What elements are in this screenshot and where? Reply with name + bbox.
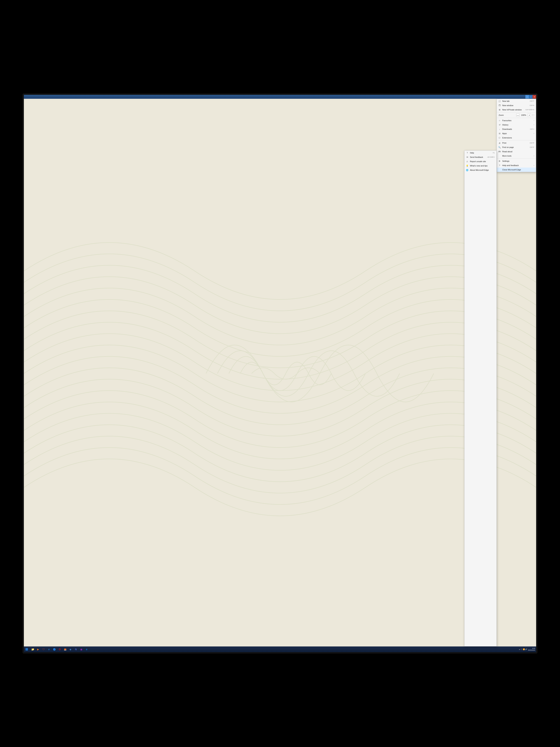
close-edge-label: Close Microsoft Edge [502, 169, 521, 171]
menu-item-find-on-page[interactable]: 🔍 Find on page Ctrl+F [497, 145, 536, 149]
zoom-label: Zoom [499, 114, 504, 116]
more-tools-arrow: › [534, 155, 534, 157]
minimize-button[interactable]: ─ [525, 95, 529, 99]
menu-item-new-window[interactable]: 🗔 New window Ctrl+N [497, 103, 536, 108]
new-window-label: New window [502, 104, 513, 106]
start-button[interactable]: ⊞ [24, 646, 30, 652]
submenu-item-send-feedback[interactable]: ✉ Send feedback Alt+Shift+I [464, 155, 497, 159]
window-titlebar: ─ □ ✕ [24, 95, 536, 99]
about-edge-label: About Microsoft Edge [470, 169, 489, 171]
menu-item-inprivate[interactable]: ⊞ New InPrivate window Ctrl+Shift+N [497, 108, 536, 112]
maximize-button[interactable]: □ [529, 95, 533, 99]
screen: ─ □ ✕ ⬜ New tab Ctrl+T 🗔 New window [24, 95, 536, 652]
submenu-item-help[interactable]: ? Help F1 [464, 151, 497, 155]
menu-item-read-aloud[interactable]: A𝄞 Read aloud [497, 149, 536, 154]
wallpaper [24, 95, 536, 652]
menu-item-downloads[interactable]: ↓ Downloads Ctrl+J [497, 127, 536, 131]
help-feedback-arrow: › [534, 164, 534, 166]
inprivate-shortcut: Ctrl+Shift+N [525, 109, 534, 111]
more-tools-icon [498, 155, 501, 157]
zoom-plus-button[interactable]: + [528, 113, 531, 117]
tray-time: 8:00 25/03/2020 [528, 647, 535, 651]
new-window-icon: 🗔 [498, 104, 501, 107]
taskbar-icon-defender[interactable]: 🛡 [41, 647, 46, 652]
downloads-label: Downloads [502, 128, 512, 130]
taskbar-icon-ie[interactable]: e [47, 647, 52, 652]
history-icon: ↺ [498, 124, 501, 126]
inprivate-icon: ⊞ [498, 108, 501, 111]
context-menu: ⬜ New tab Ctrl+T 🗔 New window Ctrl+N ⊞ N… [497, 99, 536, 172]
inprivate-label: New InPrivate window [502, 109, 522, 111]
extensions-icon: ⬡ [498, 136, 501, 139]
help-feedback-submenu: ? Help F1 ✉ Send feedback Alt+Shift+I ⚠ … [464, 151, 497, 646]
taskbar-icon-opera[interactable]: O [57, 647, 62, 652]
zoom-minus-button[interactable]: — [516, 113, 519, 117]
taskbar-tray: ▲ 🖵 📶 🔊 8:00 25/03/2020 [518, 647, 536, 651]
help-feedback-label: Help and feedback [502, 164, 519, 166]
help-label: Help [470, 152, 474, 154]
menu-item-history[interactable]: ↺ History › [497, 123, 536, 127]
taskbar: ⊞ 📁 ▶ 🛡 e 🔵 O [24, 646, 536, 652]
help-icon: ? [466, 152, 469, 154]
submenu-item-report-unsafe[interactable]: ⚠ Report unsafe site [464, 159, 497, 163]
titlebar-buttons: ─ □ ✕ [525, 95, 536, 99]
settings-label: Settings [502, 160, 509, 162]
favourites-arrow: › [534, 120, 534, 121]
print-label: Print [502, 142, 506, 144]
taskbar-icon-firefox[interactable]: 🦊 [63, 647, 68, 652]
menu-item-extensions[interactable]: ⬡ Extensions [497, 135, 536, 140]
whats-new-label: What's new and tips [470, 165, 487, 167]
new-tab-shortcut: Ctrl+T [530, 100, 534, 102]
menu-item-favourites[interactable]: ☆ Favourites › [497, 118, 536, 123]
divider-4 [497, 158, 536, 159]
menu-item-close-edge[interactable]: Close Microsoft Edge [497, 168, 536, 172]
apps-icon: ⊟ [498, 132, 501, 135]
zoom-fullscreen-icon[interactable]: ⛶ [532, 114, 534, 116]
divider-3 [497, 140, 536, 140]
send-feedback-shortcut: Alt+Shift+I [487, 156, 495, 158]
favourites-label: Favourites [502, 120, 511, 122]
new-window-shortcut: Ctrl+N [530, 104, 534, 106]
find-on-page-icon: 🔍 [498, 146, 501, 149]
history-arrow: › [534, 124, 534, 126]
more-tools-label: More tools [502, 155, 511, 157]
taskbar-icon-app8[interactable]: N [73, 647, 78, 652]
taskbar-icons: 📁 ▶ 🛡 e 🔵 O 🦊 [30, 647, 518, 652]
print-icon: 🖨 [498, 142, 501, 144]
send-feedback-label: Send feedback [470, 156, 483, 158]
taskbar-icon-chrome[interactable]: 🔵 [52, 647, 57, 652]
submenu-item-whats-new[interactable]: 💡 What's new and tips [464, 163, 497, 168]
zoom-value: 100% [521, 114, 526, 116]
favourites-icon: ☆ [498, 119, 501, 122]
tray-icons: ▲ 🖵 📶 🔊 [519, 648, 527, 650]
menu-item-new-tab[interactable]: ⬜ New tab Ctrl+T [497, 99, 536, 103]
submenu-item-about-edge[interactable]: 🌐 About Microsoft Edge [464, 168, 497, 172]
find-on-page-shortcut: Ctrl+F [530, 146, 534, 148]
apps-arrow: › [534, 132, 534, 134]
find-on-page-label: Find on page [502, 146, 514, 148]
read-aloud-label: Read aloud [502, 151, 512, 153]
extensions-label: Extensions [502, 137, 512, 139]
divider-1 [497, 112, 536, 112]
taskbar-icon-media[interactable]: ▶ [36, 647, 41, 652]
print-shortcut: Ctrl+P [530, 142, 534, 144]
new-tab-label: New tab [502, 100, 509, 102]
menu-item-more-tools[interactable]: More tools › [497, 154, 536, 158]
taskbar-icon-app7[interactable]: ◈ [68, 647, 73, 652]
new-tab-icon: ⬜ [498, 100, 501, 102]
menu-item-help-feedback[interactable]: ? Help and feedback › [497, 163, 536, 168]
history-label: History [502, 124, 508, 126]
menu-item-apps[interactable]: ⊟ Apps › [497, 131, 536, 135]
settings-icon: ⚙ [498, 160, 501, 162]
downloads-shortcut: Ctrl+J [530, 128, 534, 130]
read-aloud-icon: A𝄞 [498, 150, 501, 153]
taskbar-icon-files[interactable]: 📁 [30, 647, 35, 652]
menu-item-settings[interactable]: ⚙ Settings [497, 159, 536, 163]
close-button[interactable]: ✕ [533, 95, 536, 99]
menu-item-print[interactable]: 🖨 Print Ctrl+P [497, 141, 536, 145]
help-feedback-icon: ? [498, 164, 501, 166]
monitor-frame: ─ □ ✕ ⬜ New tab Ctrl+T 🗔 New window [22, 93, 538, 654]
taskbar-icon-edge[interactable]: e [84, 647, 89, 652]
taskbar-icon-app9[interactable]: ◉ [79, 647, 84, 652]
report-unsafe-label: Report unsafe site [470, 160, 486, 162]
